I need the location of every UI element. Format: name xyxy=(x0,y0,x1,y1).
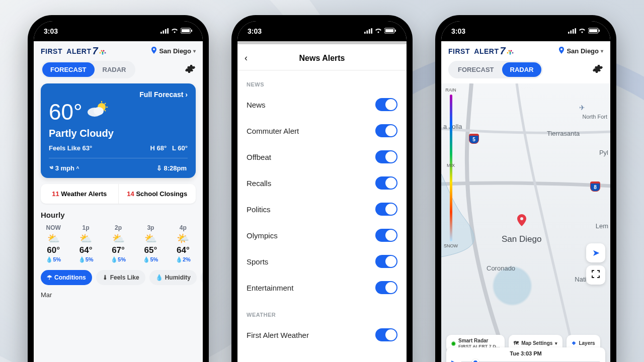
screen-alerts: 3:03 ‹ News Alerts NEWS News Commuter Al… xyxy=(237,21,407,362)
location-pin-icon xyxy=(151,47,157,55)
hourly-title: Hourly xyxy=(41,211,196,219)
fullscreen-button[interactable] xyxy=(586,265,605,285)
full-forecast-link[interactable]: Full Forecast › xyxy=(49,90,188,99)
svg-rect-30 xyxy=(575,28,576,34)
toggle-switch[interactable] xyxy=(375,203,397,216)
layers-icon: ❖ xyxy=(572,340,576,346)
battery-icon xyxy=(588,27,600,35)
toggle-label: Offbeat xyxy=(247,153,271,161)
svg-line-17 xyxy=(105,110,106,111)
peacock-icon xyxy=(99,48,106,55)
map-label-tierrasanta: Tierrasanta xyxy=(547,130,580,137)
back-button[interactable]: ‹ xyxy=(245,53,248,63)
modal-title: News Alerts xyxy=(299,54,345,63)
hourly-section: Hourly NOW ⛅ 60° 💧5% 1p ⛅ 64° 💧5% xyxy=(34,204,203,263)
phone-forecast: 3:03 FIRST ALERT xyxy=(28,15,209,362)
high-low: H 68° L 60° xyxy=(150,144,188,152)
location-pin-icon xyxy=(558,47,565,55)
settings-button[interactable] xyxy=(592,63,603,76)
toggle-switch[interactable] xyxy=(375,328,397,341)
partly-cloudy-icon: ⛅ xyxy=(138,233,163,243)
school-closings-button[interactable]: 14 School Closings xyxy=(118,184,196,204)
location-name: San Diego xyxy=(567,47,599,55)
weather-alerts-label: Weather Alerts xyxy=(61,190,107,198)
tab-forecast[interactable]: FORECAST xyxy=(42,62,95,77)
toggle-switch[interactable] xyxy=(375,124,397,137)
toggle-switch[interactable] xyxy=(375,255,397,268)
tab-radar[interactable]: RADAR xyxy=(95,62,134,77)
radar-timebar: Tue 3:03 PM ▶ -1H +6H xyxy=(446,347,605,362)
brand-alert: ALERT xyxy=(66,47,91,55)
chip-feels-like[interactable]: 🌡 Feels Like xyxy=(96,270,145,285)
toggle-row-politics: Politics xyxy=(237,196,407,222)
view-tabs: FORECAST RADAR xyxy=(41,61,135,78)
phone-alerts: 3:03 ‹ News Alerts NEWS News Commuter Al… xyxy=(231,15,413,362)
toggle-switch[interactable] xyxy=(375,176,397,190)
hour-precip: 💧5% xyxy=(106,256,131,263)
brand-first: FIRST xyxy=(41,47,62,55)
location-selector[interactable]: San Diego ▾ xyxy=(558,47,603,55)
chip-label: Humidity xyxy=(165,274,191,281)
toggle-label: First Alert Weather xyxy=(247,331,309,339)
alerts-content: ‹ News Alerts NEWS News Commuter Alert O… xyxy=(237,44,407,362)
chevron-down-icon: ▾ xyxy=(555,341,557,346)
wind-value: 3 mph xyxy=(55,164,74,172)
map-pin-icon xyxy=(516,214,528,226)
toggle-switch[interactable] xyxy=(375,150,397,163)
location-selector[interactable]: San Diego ▾ xyxy=(151,47,196,55)
status-time: 3:03 xyxy=(248,27,262,35)
toggle-switch[interactable] xyxy=(375,229,397,242)
svg-rect-6 xyxy=(191,30,192,32)
svg-rect-1 xyxy=(163,31,164,34)
svg-point-11 xyxy=(102,53,104,54)
chip-wind[interactable]: ༄ W xyxy=(201,270,203,285)
umbrella-icon: ☂ xyxy=(47,274,52,281)
timebar-track: ▶ xyxy=(451,358,600,362)
toggle-row-sports: Sports xyxy=(237,248,407,275)
high-temp: H 68° xyxy=(150,144,167,152)
header-row: FIRST ALERT 7 San Diego ▾ xyxy=(34,41,203,59)
settings-button[interactable] xyxy=(185,63,196,76)
hour-item: 4p 🌤️ 64° 💧2% xyxy=(171,224,196,263)
map-label-sandiego: San Diego xyxy=(502,234,541,244)
toggle-label: Entertainment xyxy=(247,284,293,292)
signal-icon xyxy=(568,27,576,35)
gear-icon xyxy=(185,63,196,74)
gear-icon xyxy=(592,63,603,74)
weather-alerts-button[interactable]: 11 Weather Alerts xyxy=(41,184,118,204)
toggle-row-first-alert: First Alert Weather xyxy=(237,322,407,348)
status-icons xyxy=(568,27,600,35)
tabs-row: FORECAST RADAR xyxy=(34,59,203,83)
chip-conditions[interactable]: ☂ Conditions xyxy=(41,270,92,285)
play-button[interactable]: ▶ xyxy=(451,358,457,362)
thermometer-icon: 🌡 xyxy=(102,274,108,281)
toggle-label: Commuter Alert xyxy=(247,127,299,135)
full-forecast-label: Full Forecast xyxy=(139,90,183,99)
highway-shield-8: 8 xyxy=(590,182,600,192)
svg-rect-3 xyxy=(167,28,169,34)
toggle-switch[interactable] xyxy=(375,281,397,294)
chip-humidity[interactable]: 💧 Humidity xyxy=(149,270,197,285)
svg-point-19 xyxy=(94,107,104,115)
radar-map[interactable]: ✈ a Jolla Tierrasanta North Fort Pyl San… xyxy=(441,83,610,362)
toggle-switch[interactable] xyxy=(375,98,397,111)
svg-rect-23 xyxy=(371,28,372,34)
brand-seven: 7 xyxy=(93,45,99,57)
radar-content: ✈ a Jolla Tierrasanta North Fort Pyl San… xyxy=(441,83,610,362)
tab-radar[interactable]: RADAR xyxy=(502,62,542,77)
slider-handle[interactable] xyxy=(472,359,479,362)
highway-shield-5: 5 xyxy=(469,134,479,144)
hour-item: NOW ⛅ 60° 💧5% xyxy=(41,224,66,263)
airplane-icon: ✈ xyxy=(579,104,585,112)
sunset-value: 8:28pm xyxy=(164,164,187,172)
tab-forecast[interactable]: FORECAST xyxy=(450,62,502,77)
hour-label: 1p xyxy=(73,224,98,231)
phone-stage: 3:03 FIRST ALERT xyxy=(0,0,644,362)
svg-rect-0 xyxy=(160,32,162,34)
hourly-list[interactable]: NOW ⛅ 60° 💧5% 1p ⛅ 64° 💧5% 2p xyxy=(41,224,196,263)
current-weather-card: Full Forecast › 60° Partly Cloudy Feels … xyxy=(41,83,196,178)
legend-snow: SNOW xyxy=(444,243,458,248)
droplet-icon: 💧 xyxy=(155,274,163,281)
hour-item: 1p ⛅ 64° 💧5% xyxy=(73,224,98,263)
locate-button[interactable]: ➤ xyxy=(586,243,605,262)
